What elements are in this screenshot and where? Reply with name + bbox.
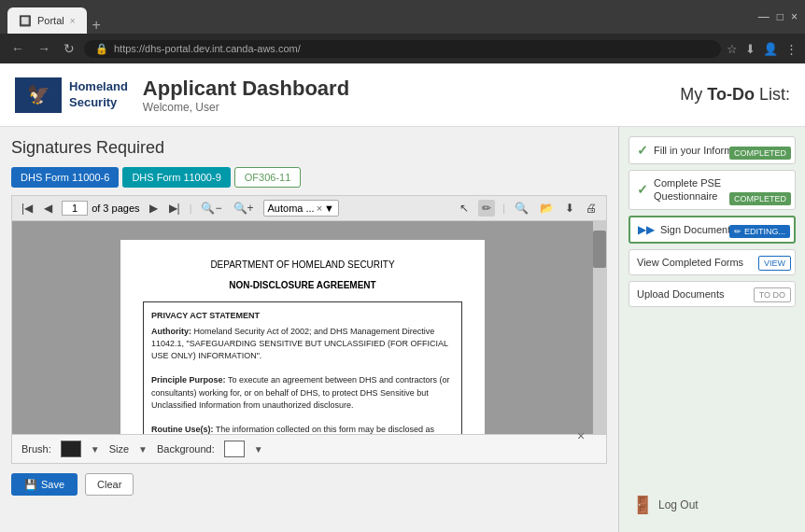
routine-text: Routine Use(s): The information collecte… [151,424,454,434]
menu-icon[interactable]: ⋮ [785,42,798,56]
right-sidebar: ✓ Fill in your Information COMPLETED ✓ C… [618,127,805,532]
brush-size-dropdown[interactable]: ▼ [91,444,100,455]
section-title: Signatures Required [11,138,607,158]
left-content: Signatures Required DHS Form 11000-6 DHS… [0,127,618,532]
new-tab-btn[interactable]: + [87,17,106,34]
bottom-toolbar: 💾 Save Clear [11,473,607,496]
principal-text: Principle Purpose: To execute an agreeme… [151,374,454,411]
todo-item-upload[interactable]: Upload Documents TO DO [628,281,796,307]
eagle-icon: 🦅 [18,75,59,116]
zoom-in-btn[interactable]: 🔍+ [232,200,256,217]
tab-form-11000-6[interactable]: DHS Form 11000-6 [11,167,119,188]
page-total: of 3 pages [92,203,139,214]
download-icon[interactable]: ⬇ [745,42,756,56]
restore-btn[interactable]: □ [777,10,784,23]
doc-area: DEPARTMENT OF HOMELAND SECURITY NON-DISC… [11,220,607,435]
page-number-input[interactable] [62,201,88,216]
star-icon[interactable]: ☆ [727,42,738,56]
bg-label: Background: [157,443,215,455]
tab-label: Portal [37,15,64,26]
nav-icons: ☆ ⬇ 👤 ⋮ [727,42,798,56]
first-page-btn[interactable]: |◀ [20,200,35,217]
svg-text:🦅: 🦅 [27,83,50,105]
badge-sign: ✏ EDITING... [729,225,790,238]
brush-toolbar: Brush: ▼ Size ▼ Background: ▼ [11,435,607,464]
bg-dropdown[interactable]: ▼ [254,444,263,455]
todo-item-sign: ▶▶ Sign Documents ✏ EDITING... [628,216,796,244]
refresh-btn[interactable]: ↻ [60,39,78,58]
browser-chrome: 🔲 Portal × + — □ × [0,0,805,34]
logout-icon: 🚪 [632,495,653,515]
back-btn[interactable]: ← [7,39,28,58]
separator-1: | [190,203,192,214]
todo-header: My To-Do List: [680,85,790,105]
zoom-dropdown-icon[interactable]: ▼ [324,203,334,214]
print-btn[interactable]: 🖨 [584,200,599,217]
form-tabs: DHS Form 11000-6 DHS Form 11000-9 OF306-… [11,167,607,188]
badge-view-forms: VIEW [758,256,791,271]
open-btn[interactable]: 📂 [538,200,556,217]
dhs-logo-image: 🦅 [15,77,62,113]
todo-title-text: My To-Do List: [680,85,790,105]
badge-pse: COMPLETED [729,192,791,205]
doc-scroll[interactable]: DEPARTMENT OF HOMELAND SECURITY NON-DISC… [12,221,593,434]
bg-color-picker[interactable] [224,441,245,457]
prev-page-btn[interactable]: ◀ [42,200,54,217]
check-icon-pse: ✓ [637,182,648,197]
app-header: 🦅 Homeland Security Applicant Dashboard … [0,63,805,127]
arrow-icon-sign: ▶▶ [638,223,655,236]
zoom-select[interactable]: Automa ... × ▼ [263,200,339,217]
download-btn[interactable]: ⬇ [563,200,576,217]
zoom-out-btn[interactable]: 🔍− [199,200,223,217]
main-layout: Signatures Required DHS Form 11000-6 DHS… [0,127,805,532]
cursor-tool-btn[interactable]: ↖ [458,200,471,217]
draw-tool-btn[interactable]: ✏ [478,200,495,217]
doc-toolbar: |◀ ◀ of 3 pages ▶ ▶| | 🔍− 🔍+ Automa ... … [11,195,607,220]
doc-scrollbar[interactable] [593,221,606,434]
active-tab[interactable]: 🔲 Portal × [7,7,87,34]
todo-item-fill-info: ✓ Fill in your Information COMPLETED [628,136,796,164]
privacy-act-box: PRIVACY ACT STATEMENT Authority: Homelan… [143,301,462,434]
doc-page: DEPARTMENT OF HOMELAND SECURITY NON-DISC… [120,240,485,434]
badge-fill-info: COMPLETED [729,147,791,160]
save-button[interactable]: 💾 Save [11,473,78,496]
window-controls: — □ × [758,10,798,23]
app-subtitle: Welcome, User [143,101,349,114]
privacy-act-title: PRIVACY ACT STATEMENT [151,310,454,322]
scrollbar-thumb[interactable] [593,231,606,268]
dhs-logo: 🦅 Homeland Security [15,77,128,113]
authority-text: Authority: Homeland Security Act of 2002… [151,326,454,362]
logout-area[interactable]: 🚪 Log Out [628,487,796,523]
size-label: Size [109,443,129,455]
badge-upload: TO DO [754,287,791,302]
url-text: https://dhs-portal.dev.int.canda-aws.com… [114,43,301,54]
modal-close-btn[interactable]: × [577,428,585,443]
logout-text: Log Out [658,498,699,511]
size-dropdown[interactable]: ▼ [138,444,148,455]
browser-tabs: 🔲 Portal × + [7,0,106,34]
tab-form-11000-9[interactable]: DHS Form 11000-9 [122,167,230,188]
page-info: of 3 pages [62,201,139,216]
doc-title: NON-DISCLOSURE AGREEMENT [143,279,462,292]
zoom-clear-btn[interactable]: × [317,203,322,214]
page-title: Applicant Dashboard [143,77,349,101]
minimize-btn[interactable]: — [758,10,770,23]
todo-item-view-forms[interactable]: View Completed Forms VIEW [628,249,796,275]
zoom-value: Automa ... [268,203,315,214]
clear-button[interactable]: Clear [85,473,134,496]
lock-icon: 🔒 [95,43,108,55]
separator-2: | [502,203,505,214]
doc-dept-line: DEPARTMENT OF HOMELAND SECURITY [143,259,462,272]
search-btn[interactable]: 🔍 [513,200,530,217]
address-bar[interactable]: 🔒 https://dhs-portal.dev.int.canda-aws.c… [84,40,721,58]
tab-of306-11[interactable]: OF306-11 [234,167,302,188]
last-page-btn[interactable]: ▶| [167,200,182,217]
close-btn[interactable]: × [791,10,798,23]
dhs-logo-text: Homeland Security [69,79,128,111]
todo-item-pse: ✓ Complete PSE Questionnaire COMPLETED [628,170,796,210]
brush-color-picker[interactable] [61,441,81,457]
forward-btn[interactable]: → [34,39,54,58]
tab-close-btn[interactable]: × [70,16,76,26]
profile-icon[interactable]: 👤 [763,42,778,56]
next-page-btn[interactable]: ▶ [148,200,160,217]
